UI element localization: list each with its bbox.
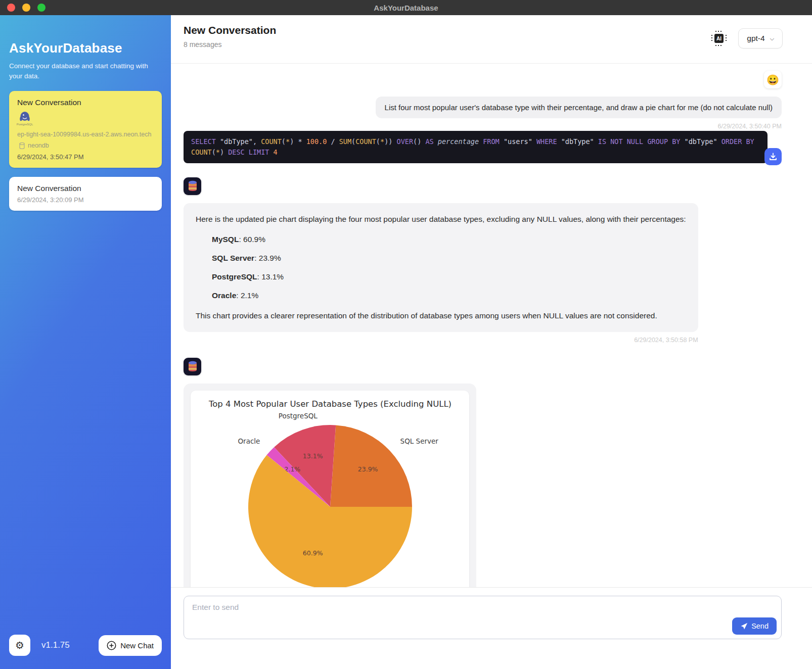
assistant-avatar xyxy=(184,177,201,195)
assistant-message-bubble: Here is the updated pie chart displaying… xyxy=(184,203,698,332)
user-message-timestamp: 6/29/2024, 3:50:40 PM xyxy=(718,123,782,130)
message-count: 8 messages xyxy=(184,40,276,49)
conversation-title: New Conversation xyxy=(17,98,154,107)
assistant-chart-row: Top 4 Most Popular User Database Types (… xyxy=(184,358,782,587)
paper-plane-icon xyxy=(740,623,748,630)
titlebar: AskYourDatabase xyxy=(0,0,812,15)
model-select[interactable]: gpt-4 ⌵ xyxy=(738,28,783,49)
sql-message-row: SELECT "dbType", COUNT(*) * 100.0 / SUM(… xyxy=(184,131,782,163)
svg-text:23.9%: 23.9% xyxy=(358,465,378,473)
list-item: Oracle: 2.1% xyxy=(212,290,686,302)
maximize-window-button[interactable] xyxy=(37,4,46,12)
assistant-outro: This chart provides a clearer representa… xyxy=(196,310,686,322)
database-icon xyxy=(19,142,25,149)
new-chat-button[interactable]: New Chat xyxy=(99,635,162,656)
conversation-timestamp: 6/29/2024, 3:50:47 PM xyxy=(17,153,154,161)
svg-text:SQL Server: SQL Server xyxy=(400,437,439,445)
sql-code-block: SELECT "dbType", COUNT(*) * 100.0 / SUM(… xyxy=(184,131,768,163)
message-input[interactable] xyxy=(184,596,782,639)
window-title: AskYourDatabase xyxy=(374,4,438,12)
new-chat-label: New Chat xyxy=(120,641,154,650)
svg-text:60.9%: 60.9% xyxy=(303,549,323,557)
user-avatar-emoji: 😀 xyxy=(766,74,779,86)
svg-text:Oracle: Oracle xyxy=(238,437,260,445)
app-tagline: Connect your database and start chatting… xyxy=(9,61,151,82)
window-controls xyxy=(7,4,46,12)
send-label: Send xyxy=(751,622,769,630)
model-select-value: gpt-4 xyxy=(747,34,764,43)
list-item: PostgreSQL: 13.1% xyxy=(212,271,686,283)
pie-chart-card: Top 4 Most Popular User Database Types (… xyxy=(191,391,469,587)
main-panel: New Conversation 8 messages AI xyxy=(171,15,812,669)
assistant-intro: Here is the updated pie chart displaying… xyxy=(196,213,686,225)
settings-button[interactable]: ⚙ xyxy=(9,635,30,656)
pie-chart: Top 4 Most Popular User Database Types (… xyxy=(195,395,465,587)
conversation-database: neondb xyxy=(17,142,154,149)
assistant-avatar xyxy=(184,358,201,375)
postgresql-icon: PostgreSQL xyxy=(17,111,32,126)
svg-text:PostgreSQL: PostgreSQL xyxy=(279,412,318,420)
minimize-window-button[interactable] xyxy=(22,4,30,12)
db-type-list: MySQL: 60.9% SQL Server: 23.9% PostgreSQ… xyxy=(212,233,686,302)
conversation-database-name: neondb xyxy=(28,142,49,149)
sidebar-footer: ⚙ v1.1.75 New Chat xyxy=(9,635,162,656)
svg-text:13.1%: 13.1% xyxy=(303,452,323,460)
chat-scroll-area[interactable]: 😀 List four most popular user's database… xyxy=(171,64,812,587)
user-message-bubble: List four most popular user's database t… xyxy=(376,97,782,118)
conversation-title: New Conversation xyxy=(17,184,154,193)
conversation-header: New Conversation 8 messages AI xyxy=(171,15,812,64)
conversation-host: ep-tight-sea-10099984.us-east-2.aws.neon… xyxy=(17,130,154,139)
sidebar: AskYourDatabase Connect your database an… xyxy=(0,15,171,669)
user-avatar: 😀 xyxy=(764,71,782,88)
composer: Send xyxy=(171,587,812,669)
assistant-message-timestamp: 6/29/2024, 3:50:58 PM xyxy=(634,337,698,344)
svg-text:AI: AI xyxy=(716,36,721,41)
svg-text:Top 4 Most Popular User Databa: Top 4 Most Popular User Database Types (… xyxy=(208,399,452,409)
ai-chip-button[interactable]: AI xyxy=(708,27,730,50)
app-version: v1.1.75 xyxy=(41,640,70,650)
user-message-row: 😀 List four most popular user's database… xyxy=(184,71,782,130)
database-stack-icon xyxy=(187,360,198,372)
download-icon xyxy=(769,152,778,161)
download-sql-button[interactable] xyxy=(764,148,782,165)
database-stack-icon xyxy=(187,180,198,192)
conversation-header-title: New Conversation xyxy=(184,24,276,36)
app-window: AskYourDatabase AskYourDatabase Connect … xyxy=(0,0,812,669)
assistant-message-row: Here is the updated pie chart displaying… xyxy=(184,177,782,344)
chevron-down-icon: ⌵ xyxy=(770,35,774,42)
plus-circle-icon xyxy=(107,641,116,650)
ai-chip-icon: AI xyxy=(710,29,728,47)
conversation-card[interactable]: New Conversation 6/29/2024, 3:20:09 PM xyxy=(9,177,162,211)
send-button[interactable]: Send xyxy=(732,617,777,635)
gear-icon: ⚙ xyxy=(15,639,24,651)
conversation-timestamp: 6/29/2024, 3:20:09 PM xyxy=(17,196,154,204)
app-name: AskYourDatabase xyxy=(9,40,162,56)
postgresql-icon-caption: PostgreSQL xyxy=(17,123,33,126)
list-item: SQL Server: 23.9% xyxy=(212,252,686,264)
pie-chart-bubble: Top 4 Most Popular User Database Types (… xyxy=(184,384,476,587)
list-item: MySQL: 60.9% xyxy=(212,233,686,246)
close-window-button[interactable] xyxy=(7,4,15,12)
conversation-card-active[interactable]: New Conversation PostgreSQL ep-tight-sea… xyxy=(9,91,162,168)
